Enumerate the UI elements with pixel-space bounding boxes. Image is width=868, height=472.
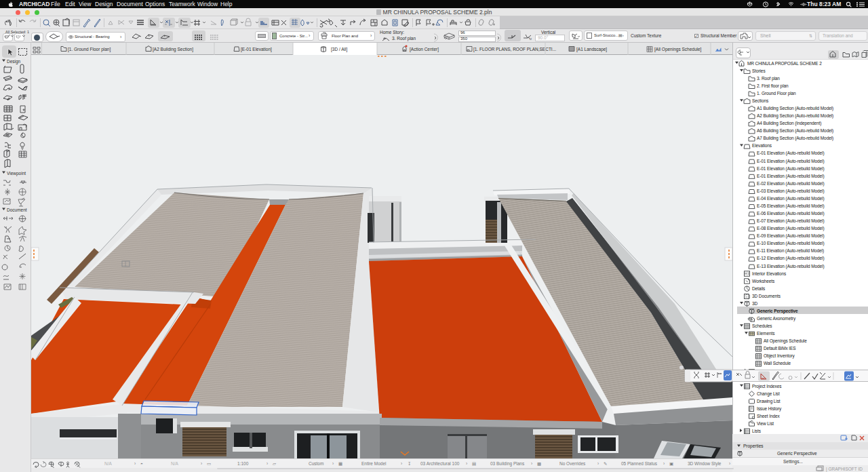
svg-text:Viewpoint: Viewpoint bbox=[7, 171, 26, 176]
svg-text:[1. Ground Floor plan]: [1. Ground Floor plan] bbox=[68, 47, 111, 52]
svg-text:Settings...: Settings... bbox=[783, 459, 803, 465]
svg-text:[Action Center]: [Action Center] bbox=[410, 47, 439, 52]
svg-text:Design: Design bbox=[7, 59, 21, 64]
svg-text:Properties: Properties bbox=[743, 444, 764, 449]
svg-text:[1. FLOOR PLANS, ROOF PLAN,SEC: [1. FLOOR PLANS, ROOF PLAN,SECTI... bbox=[473, 47, 556, 52]
svg-text:[A2 Building Section]: [A2 Building Section] bbox=[153, 47, 193, 52]
svg-text:[A1 Landscape]: [A1 Landscape] bbox=[576, 47, 607, 52]
svg-text:[All Openings Schedule]: [All Openings Schedule] bbox=[654, 47, 702, 52]
svg-text:[E-01 Elevation]: [E-01 Elevation] bbox=[241, 47, 272, 52]
svg-text:Generic Perspective: Generic Perspective bbox=[777, 451, 817, 456]
svg-text:| GRAPHISOFT ID: | GRAPHISOFT ID bbox=[826, 467, 863, 472]
svg-text:Document: Document bbox=[7, 208, 27, 212]
svg-text:[3D / All]: [3D / All] bbox=[331, 47, 347, 52]
svg-text:α: α bbox=[530, 37, 532, 41]
